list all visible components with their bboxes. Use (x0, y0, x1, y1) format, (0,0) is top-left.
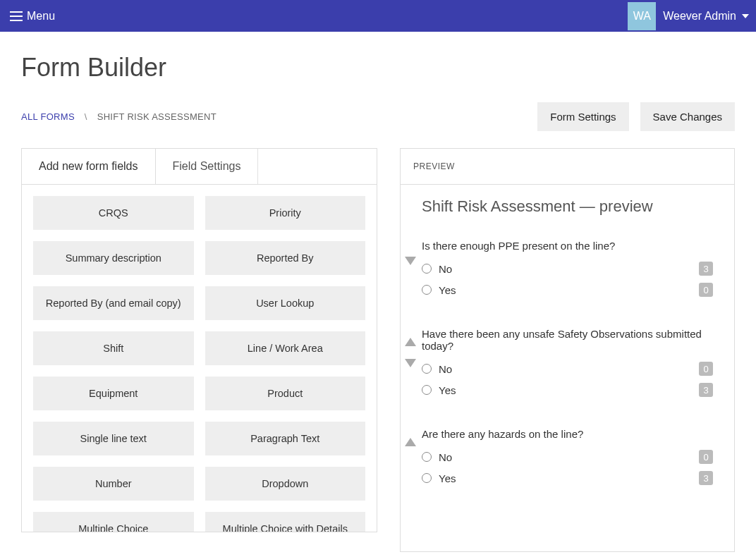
field-tile[interactable]: Dropdown (205, 467, 366, 501)
field-tile[interactable]: Number (33, 467, 194, 501)
field-tile[interactable]: Shift (33, 331, 194, 365)
meta-row: ALL FORMS \ SHIFT RISK ASSESSMENT Form S… (21, 102, 735, 131)
field-tile[interactable]: CRQS (33, 196, 194, 230)
breadcrumb: ALL FORMS \ SHIFT RISK ASSESSMENT (21, 111, 217, 122)
left-panel: Add new form fields Field Settings CRQSP… (21, 148, 377, 532)
radio-icon[interactable] (422, 473, 432, 483)
fields-grid: CRQSPrioritySummary descriptionReported … (22, 185, 377, 532)
move-up-icon[interactable] (405, 338, 416, 346)
radio-icon[interactable] (422, 285, 432, 295)
score-badge: 3 (699, 383, 713, 397)
preview-body: Shift Risk Assessment — preview Is there… (401, 185, 734, 551)
radio-icon[interactable] (422, 364, 432, 374)
preview-header: PREVIEW (401, 149, 734, 185)
option-row[interactable]: Yes0 (422, 283, 713, 297)
tab-field-settings[interactable]: Field Settings (156, 149, 259, 184)
field-tile[interactable]: Equipment (33, 377, 194, 410)
field-tile[interactable]: User Lookup (205, 286, 366, 320)
option-row[interactable]: Yes3 (422, 383, 713, 397)
option-label: Yes (439, 284, 699, 296)
option-label: No (439, 263, 699, 275)
radio-icon[interactable] (422, 385, 432, 395)
form-settings-button[interactable]: Form Settings (537, 102, 628, 131)
field-tile[interactable]: Reported By (205, 241, 366, 275)
tabs: Add new form fields Field Settings (22, 149, 377, 185)
user-name: Weever Admin (663, 10, 736, 23)
move-down-icon[interactable] (405, 257, 416, 265)
question-text: Are there any hazards on the line? (422, 428, 713, 440)
score-badge: 0 (699, 450, 713, 464)
field-tile[interactable]: Multiple Choice (33, 512, 194, 532)
score-badge: 3 (699, 262, 713, 276)
radio-icon[interactable] (422, 264, 432, 274)
field-tile[interactable]: Product (205, 377, 366, 410)
score-badge: 0 (699, 362, 713, 376)
page-title: Form Builder (21, 53, 735, 82)
tab-add-fields[interactable]: Add new form fields (22, 149, 156, 184)
option-row[interactable]: No3 (422, 262, 713, 276)
option-row[interactable]: No0 (422, 450, 713, 464)
question-text: Have there been any unsafe Safety Observ… (422, 328, 713, 352)
avatar[interactable]: WA (628, 2, 656, 30)
breadcrumb-root[interactable]: ALL FORMS (21, 111, 75, 122)
preview-question[interactable]: Is there enough PPE present on the line?… (422, 240, 713, 297)
score-badge: 3 (699, 471, 713, 485)
breadcrumb-sep: \ (85, 111, 87, 122)
field-tile[interactable]: Priority (205, 196, 366, 230)
field-tile[interactable]: Reported By (and email copy) (33, 286, 194, 320)
field-tile[interactable]: Line / Work Area (205, 331, 366, 365)
move-up-icon[interactable] (405, 438, 416, 446)
option-row[interactable]: No0 (422, 362, 713, 376)
field-tile[interactable]: Multiple Choice with Details (205, 512, 366, 532)
save-changes-button[interactable]: Save Changes (640, 102, 735, 131)
preview-question[interactable]: Are there any hazards on the line?No0Yes… (422, 428, 713, 485)
option-label: No (439, 451, 699, 463)
radio-icon[interactable] (422, 452, 432, 462)
field-tile[interactable]: Paragraph Text (205, 422, 366, 455)
field-tile[interactable]: Single line text (33, 422, 194, 455)
hamburger-icon (10, 11, 23, 21)
preview-question[interactable]: Have there been any unsafe Safety Observ… (422, 328, 713, 397)
question-text: Is there enough PPE present on the line? (422, 240, 713, 252)
option-label: Yes (439, 384, 699, 396)
score-badge: 0 (699, 283, 713, 297)
menu-label: Menu (27, 10, 55, 23)
option-row[interactable]: Yes3 (422, 471, 713, 485)
caret-down-icon (742, 14, 749, 18)
menu-button[interactable]: Menu (10, 10, 55, 23)
move-down-icon[interactable] (405, 359, 416, 367)
breadcrumb-current: SHIFT RISK ASSESSMENT (97, 111, 217, 122)
preview-panel: PREVIEW Shift Risk Assessment — preview … (400, 148, 735, 552)
option-label: No (439, 363, 699, 375)
field-tile[interactable]: Summary description (33, 241, 194, 275)
user-menu[interactable]: Weever Admin (663, 10, 749, 23)
topbar: Menu WA Weever Admin (0, 0, 756, 32)
preview-title: Shift Risk Assessment — preview (422, 197, 713, 216)
option-label: Yes (439, 472, 699, 484)
